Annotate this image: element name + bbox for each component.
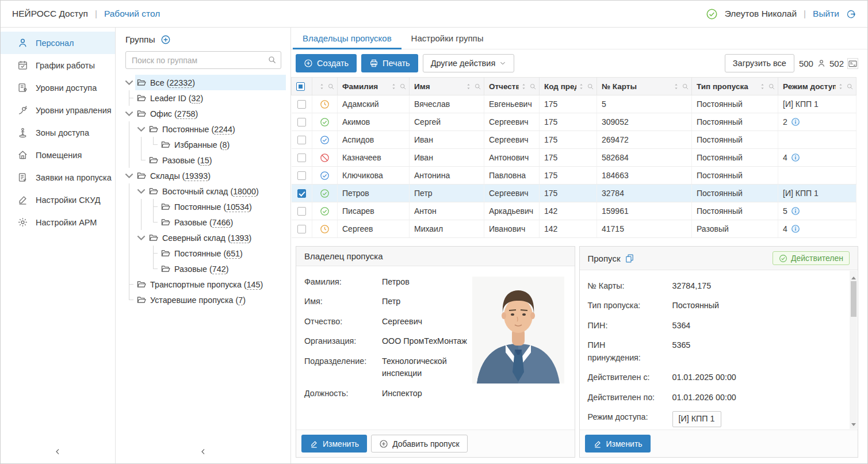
- select-all-checkbox[interactable]: [296, 82, 305, 91]
- owner-edit-button[interactable]: Изменить: [301, 435, 367, 453]
- row-checkbox[interactable]: [297, 118, 306, 126]
- tree-node[interactable]: Разовые (7466): [123, 214, 286, 230]
- tree-node[interactable]: Устаревшие пропуска (7): [123, 292, 286, 308]
- tree-node-count[interactable]: 19393: [185, 171, 208, 181]
- tree-node-content[interactable]: Разовые (7466): [159, 214, 286, 230]
- search-icon[interactable]: [682, 83, 689, 90]
- table-row[interactable]: АспидовИванСергеевич175269472Постоянный: [292, 131, 856, 149]
- tree-node-content[interactable]: Склады (19393): [135, 168, 286, 183]
- tree-expand-toggle[interactable]: [123, 106, 135, 121]
- sidebar-item-access-levels[interactable]: Уровни доступа: [1, 76, 115, 99]
- tree-node[interactable]: Транспортные пропуска (145): [123, 277, 286, 292]
- table-row[interactable]: КлючиковаАнтонинаПавловна175184663Постоя…: [292, 167, 856, 185]
- table-row[interactable]: АдамскийВячеславЕвгеньевич1755Постоянный…: [292, 95, 856, 113]
- table-row[interactable]: КазначеевИванАнтонович175582684Постоянны…: [292, 149, 856, 167]
- sidebar-item-rooms[interactable]: Помещения: [1, 144, 115, 166]
- groups-collapse-button[interactable]: [116, 439, 290, 463]
- tree-expand-toggle[interactable]: [135, 183, 147, 199]
- tree-node[interactable]: Северный склад (1393): [123, 230, 286, 246]
- tree-node-content[interactable]: Разовые (15): [147, 152, 286, 168]
- table-row[interactable]: СергеевМихаилИванович14241715Разовый4: [292, 220, 856, 238]
- tree-node-content[interactable]: Транспортные пропуска (145): [135, 277, 286, 292]
- tree-expand-toggle[interactable]: [123, 75, 135, 90]
- info-icon[interactable]: [791, 117, 800, 126]
- info-icon[interactable]: [791, 224, 800, 233]
- tree-node-content[interactable]: Северный склад (1393): [147, 230, 286, 246]
- print-button[interactable]: Печать: [361, 54, 418, 72]
- logout-link[interactable]: Выйти: [813, 9, 839, 19]
- pass-edit-button[interactable]: Изменить: [585, 435, 651, 453]
- add-group-icon[interactable]: [160, 34, 171, 45]
- search-icon[interactable]: [327, 83, 335, 90]
- sort-icon[interactable]: [390, 83, 397, 90]
- tree-node[interactable]: Избранные (8): [123, 137, 286, 152]
- more-actions-button[interactable]: Другие действия: [423, 54, 515, 72]
- table-row[interactable]: АкимовСергейСергеевич175309052Постоянный…: [292, 113, 856, 131]
- load-all-button[interactable]: Загрузить все: [725, 54, 794, 72]
- tree-node-count[interactable]: 1393: [231, 233, 249, 243]
- sort-icon[interactable]: [465, 83, 472, 90]
- group-search-input[interactable]: [125, 51, 281, 69]
- tree-node-content[interactable]: Все (22332): [135, 75, 286, 90]
- tree-expand-toggle[interactable]: [135, 121, 147, 137]
- tree-node-count[interactable]: 18000: [233, 187, 256, 197]
- pass-scrollbar[interactable]: [850, 271, 857, 429]
- row-checkbox[interactable]: [297, 136, 306, 144]
- copy-icon[interactable]: [625, 254, 634, 263]
- tree-node[interactable]: Восточный склад (18000): [123, 183, 286, 199]
- scroll-thumb[interactable]: [851, 281, 856, 317]
- search-icon[interactable]: [529, 83, 537, 90]
- tree-node-count[interactable]: 22332: [169, 78, 192, 88]
- tree-node[interactable]: Разовые (15): [123, 152, 286, 168]
- tree-node[interactable]: Разовые (742): [123, 261, 286, 277]
- info-icon[interactable]: [791, 153, 800, 162]
- tree-node-content[interactable]: Разовые (742): [159, 261, 286, 277]
- tree-node-content[interactable]: Избранные (8): [159, 137, 286, 152]
- tree-node[interactable]: Все (22332): [123, 75, 286, 90]
- logout-icon[interactable]: [846, 9, 856, 19]
- search-icon[interactable]: [846, 83, 854, 90]
- table-row[interactable]: ПетровПетрСергеевич17532784Постоянный[И]…: [292, 185, 856, 202]
- tree-node-count[interactable]: 8: [223, 140, 227, 150]
- tree-node-content[interactable]: Постоянные (651): [159, 246, 286, 261]
- tree-expand-toggle[interactable]: [135, 230, 147, 246]
- tree-node-count[interactable]: 32: [192, 94, 201, 103]
- sort-icon[interactable]: [759, 83, 766, 90]
- search-icon[interactable]: [267, 55, 277, 64]
- tree-node[interactable]: Офис (2758): [123, 106, 286, 121]
- tab-group-settings[interactable]: Настройки группы: [402, 28, 494, 49]
- tree-node-content[interactable]: Офис (2758): [135, 106, 286, 121]
- workspace-link[interactable]: Рабочий стол: [104, 9, 160, 19]
- sidebar-item-skd-settings[interactable]: Настройки СКУД: [1, 189, 115, 211]
- tree-node-count[interactable]: 2758: [177, 109, 196, 119]
- add-pass-button[interactable]: Добавить пропуск: [371, 435, 467, 453]
- sort-icon[interactable]: [578, 83, 585, 90]
- row-checkbox[interactable]: [297, 154, 306, 162]
- search-icon[interactable]: [474, 83, 481, 90]
- tree-node[interactable]: Leader ID (32): [123, 90, 286, 106]
- tree-node-count[interactable]: 10534: [226, 202, 249, 212]
- tree-node[interactable]: Склады (19393): [123, 168, 286, 183]
- sidebar-item-arm-settings[interactable]: Настройки АРМ: [1, 211, 115, 233]
- scroll-down-arrow[interactable]: [850, 420, 857, 428]
- row-checkbox[interactable]: [297, 207, 306, 216]
- sidebar-item-work-schedule[interactable]: График работы: [1, 54, 115, 76]
- scroll-up-arrow[interactable]: [850, 272, 857, 280]
- info-icon[interactable]: [791, 206, 800, 216]
- tab-pass-owners[interactable]: Владельцы пропусков: [293, 28, 402, 49]
- sort-icon[interactable]: [837, 83, 844, 90]
- sidebar-item-access-zones[interactable]: Зоны доступа: [1, 121, 115, 144]
- table-row[interactable]: ПисаревАнтонАркадьевич142159961Постоянны…: [292, 202, 856, 220]
- tree-node-count[interactable]: 2244: [214, 125, 232, 135]
- search-icon[interactable]: [768, 83, 775, 90]
- tree-node-content[interactable]: Постоянные (2244): [147, 121, 286, 137]
- sidebar-item-control-levels[interactable]: Уровни управления: [1, 99, 115, 121]
- tree-node-count[interactable]: 7466: [212, 218, 231, 228]
- tree-node-count[interactable]: 651: [226, 249, 240, 259]
- tree-node[interactable]: Постоянные (651): [123, 246, 286, 261]
- tree-node-content[interactable]: Leader ID (32): [135, 90, 286, 106]
- tree-node[interactable]: Постоянные (2244): [123, 121, 286, 137]
- tree-node-count[interactable]: 145: [247, 280, 261, 290]
- sidebar-item-personal[interactable]: Персонал: [1, 32, 115, 54]
- sidebar-collapse-button[interactable]: [1, 439, 115, 463]
